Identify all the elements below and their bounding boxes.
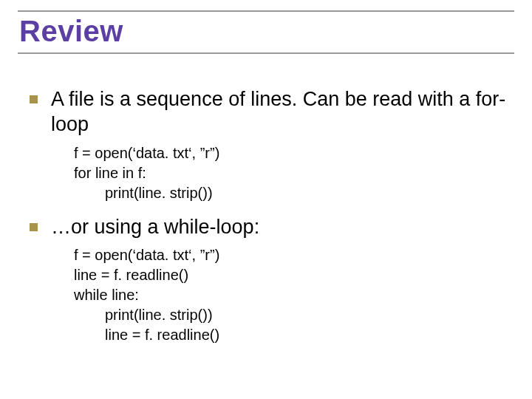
code-line: while line: bbox=[74, 285, 510, 305]
code-line: print(line. strip()) bbox=[105, 183, 510, 203]
title-rule-bottom bbox=[18, 52, 514, 54]
code-block: f = open(‘data. txt‘, ”r”) for line in f… bbox=[74, 143, 510, 203]
slide-title: Review bbox=[18, 15, 514, 48]
bullet-text: …or using a while-loop: bbox=[51, 215, 259, 240]
title-rule-top bbox=[18, 10, 514, 12]
square-bullet-icon bbox=[30, 223, 38, 231]
code-line: f = open(‘data. txt‘, ”r”) bbox=[74, 143, 510, 163]
bullet-text: A file is a sequence of lines. Can be re… bbox=[51, 87, 510, 137]
slide: Review A file is a sequence of lines. Ca… bbox=[0, 0, 532, 399]
square-bullet-icon bbox=[30, 95, 38, 103]
bullet-item: A file is a sequence of lines. Can be re… bbox=[30, 87, 510, 137]
code-line: for line in f: bbox=[74, 163, 510, 183]
code-line: print(line. strip()) bbox=[105, 305, 510, 325]
slide-title-block: Review bbox=[18, 10, 514, 54]
code-line: line = f. readline() bbox=[105, 325, 510, 345]
slide-body: A file is a sequence of lines. Can be re… bbox=[30, 87, 510, 357]
code-block: f = open(‘data. txt‘, ”r”) line = f. rea… bbox=[74, 245, 510, 345]
bullet-item: …or using a while-loop: bbox=[30, 215, 510, 240]
code-line: f = open(‘data. txt‘, ”r”) bbox=[74, 245, 510, 265]
code-line: line = f. readline() bbox=[74, 265, 510, 285]
